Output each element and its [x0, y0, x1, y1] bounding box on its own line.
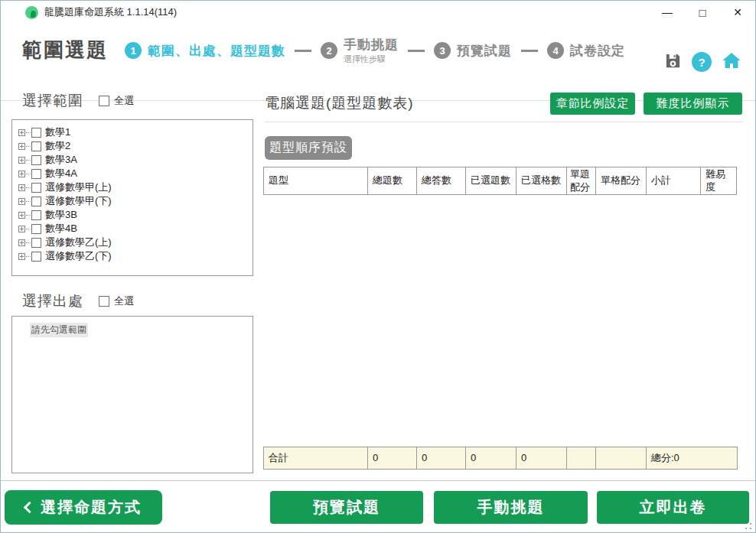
help-icon[interactable]: ?: [692, 52, 712, 72]
checkbox-icon[interactable]: [31, 183, 41, 193]
step-1-scope[interactable]: 1 範圍、出處、題型題數: [125, 42, 285, 60]
scope-select-all[interactable]: 全選: [99, 94, 134, 108]
step-4-badge: 4: [547, 42, 564, 59]
save-icon[interactable]: [664, 52, 682, 73]
col-difficulty: 難易度: [700, 167, 737, 195]
tree-item-math4b[interactable]: 數學4B: [17, 222, 253, 236]
chapter-ratio-button[interactable]: 章節比例設定: [550, 93, 635, 115]
tree-item-math3b[interactable]: 數學3B: [17, 208, 253, 222]
col-score-per-cell: 單格配分: [595, 167, 647, 195]
title-bar: 龍騰題庫命題系統 1.1.14(114) — □ ✕: [1, 1, 755, 24]
tree-item-math3a[interactable]: 數學3A: [17, 153, 253, 167]
tree-item-label: 數學3A: [45, 153, 77, 167]
resize-grip[interactable]: [745, 523, 751, 529]
close-button[interactable]: ✕: [720, 1, 755, 24]
expand-plus-icon[interactable]: [18, 143, 25, 150]
step-2-label: 手動挑題: [344, 36, 399, 54]
col-subtotal: 小計: [646, 167, 701, 195]
expand-plus-icon[interactable]: [18, 198, 25, 205]
minimize-button[interactable]: —: [650, 1, 685, 24]
tree-connector: [26, 229, 31, 229]
tree-item-label: 數學4B: [45, 222, 77, 236]
checkbox-icon[interactable]: [99, 296, 109, 307]
page-title: 範圍選題: [22, 37, 108, 63]
tree-connector: [26, 201, 31, 202]
expand-plus-icon[interactable]: [18, 226, 25, 232]
step-3-label: 預覽試題: [457, 42, 512, 60]
col-total-questions: 總題數: [367, 167, 417, 195]
step-1-label: 範圍、出處、題型題數: [148, 42, 285, 60]
step-4-paper-settings[interactable]: 4 試卷設定: [547, 42, 625, 60]
scope-panel-title: 選擇範圍: [22, 91, 83, 111]
source-panel-title: 選擇出處: [22, 291, 83, 311]
checkbox-icon[interactable]: [31, 224, 41, 234]
header: 範圍選題 1 範圍、出處、題型題數 2 手動挑題 選擇性步驟 3: [1, 24, 755, 77]
tree-connector: [26, 187, 31, 188]
manual-pick-button[interactable]: 手動挑題: [434, 491, 588, 524]
step-1-badge: 1: [125, 42, 142, 59]
checkbox-icon[interactable]: [31, 141, 41, 151]
expand-plus-icon[interactable]: [18, 129, 25, 136]
difficulty-ratio-button[interactable]: 難度比例顯示: [644, 93, 742, 115]
checkbox-icon[interactable]: [31, 238, 41, 248]
step-connector: [408, 50, 425, 52]
step-3-badge: 3: [434, 42, 451, 59]
expand-plus-icon[interactable]: [18, 253, 25, 260]
source-select-all[interactable]: 全選: [99, 294, 134, 308]
step-4-label: 試卷設定: [570, 42, 625, 60]
checkbox-icon[interactable]: [31, 197, 41, 206]
checkbox-icon[interactable]: [31, 128, 41, 138]
tree-item-elective-a-2[interactable]: 選修數學甲(下): [17, 194, 253, 208]
tree-item-math4a[interactable]: 數學4A: [17, 167, 253, 180]
tree-item-label: 數學3B: [45, 208, 77, 222]
tree-connector: [26, 215, 31, 216]
step-3-preview[interactable]: 3 預覽試題: [434, 42, 512, 60]
home-icon[interactable]: [722, 51, 741, 73]
footer-empty-cell: [566, 447, 596, 470]
checkbox-icon[interactable]: [31, 155, 41, 165]
question-order-preset-button[interactable]: 題型順序預設: [265, 136, 352, 160]
checkbox-icon[interactable]: [31, 169, 41, 179]
checkbox-icon[interactable]: [31, 210, 41, 220]
tree-connector: [26, 174, 31, 174]
source-list-box: 請先勾選範圍: [11, 316, 253, 473]
maximize-button[interactable]: □: [685, 1, 720, 24]
back-to-mode-button[interactable]: 選擇命題方式: [5, 490, 162, 525]
tree-item-elective-a-1[interactable]: 選修數學甲(上): [17, 180, 253, 194]
tree-item-label: 選修數學甲(下): [45, 194, 112, 208]
expand-plus-icon[interactable]: [18, 157, 25, 164]
tree-item-label: 數學1: [45, 125, 70, 139]
tree-connector: [26, 242, 31, 243]
computer-selection-title: 電腦選題(題型題數表): [265, 93, 414, 113]
col-total-answers: 總答數: [416, 167, 466, 195]
step-2-manual-pick[interactable]: 2 手動挑題 選擇性步驟: [321, 36, 399, 65]
tree-item-math2[interactable]: 數學2: [17, 139, 253, 153]
expand-plus-icon[interactable]: [18, 212, 25, 219]
chevron-left-icon: [24, 502, 36, 514]
col-selected-questions: 已選題數: [465, 167, 516, 195]
tree-item-label: 數學2: [45, 139, 70, 153]
expand-plus-icon[interactable]: [18, 171, 25, 177]
app-logo-icon: [25, 6, 38, 19]
tree-item-elective-b-1[interactable]: 選修數學乙(上): [17, 236, 253, 249]
tree-item-elective-b-2[interactable]: 選修數學乙(下): [17, 249, 253, 263]
footer-selected-questions: 0: [465, 447, 516, 470]
checkbox-icon[interactable]: [31, 252, 41, 262]
app-window: 龍騰題庫命題系統 1.1.14(114) — □ ✕ 範圍選題 1 範圍、出處、…: [0, 0, 756, 533]
question-table-header: 題型 總題數 總答數 已選題數 已選格數 單題配分 單格配分 小計 難易度: [263, 167, 737, 195]
preview-questions-button[interactable]: 預覽試題: [270, 491, 423, 524]
expand-plus-icon[interactable]: [18, 184, 25, 191]
expand-plus-icon[interactable]: [18, 239, 25, 246]
source-select-all-label: 全選: [114, 294, 134, 308]
back-button-label: 選擇命題方式: [41, 497, 142, 518]
footer-total-score: 總分:0: [646, 447, 738, 470]
scope-tree[interactable]: 數學1 數學2 數學3A 數學4A 選修數學甲(上) 選修數學甲(下) 數學3B…: [11, 119, 253, 276]
tree-item-math1[interactable]: 數學1: [17, 125, 253, 139]
source-panel-header: 選擇出處 全選: [22, 291, 134, 311]
scope-select-all-label: 全選: [114, 94, 134, 108]
generate-paper-button[interactable]: 立即出卷: [597, 491, 749, 524]
footer-total-answers: 0: [416, 447, 466, 470]
window-title: 龍騰題庫命題系統 1.1.14(114): [44, 5, 177, 19]
checkbox-icon[interactable]: [99, 96, 109, 106]
step-connector: [521, 50, 538, 52]
